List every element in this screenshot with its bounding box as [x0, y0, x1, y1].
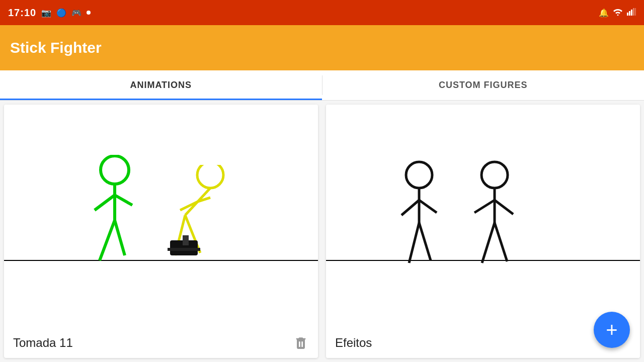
add-fab-button[interactable]: + [594, 312, 630, 348]
signal-icon [627, 8, 636, 18]
svg-point-12 [197, 165, 223, 188]
green-stick-figure [85, 155, 145, 265]
status-left: 17:10 📷 🔵 🎮 [8, 7, 91, 19]
svg-line-23 [401, 200, 419, 215]
content-area: Tomada 11 [0, 101, 644, 362]
svg-line-10 [100, 220, 115, 260]
card-tomada-footer: Tomada 11 [4, 328, 318, 358]
card-tomada-canvas [4, 105, 318, 328]
svg-point-21 [406, 162, 432, 188]
svg-rect-5 [635, 8, 636, 16]
dot-icon [87, 11, 91, 15]
svg-line-8 [95, 195, 115, 210]
delete-icon[interactable] [293, 335, 309, 351]
yellow-stick-figure [155, 165, 235, 265]
game-controller-icon: 🎮 [71, 8, 82, 18]
card-efeitos-canvas [326, 105, 640, 328]
svg-line-31 [482, 223, 495, 263]
wifi-icon [613, 8, 623, 18]
tab-bar: ANIMATIONS CUSTOM FIGURES [0, 70, 644, 101]
svg-line-29 [474, 200, 495, 213]
svg-rect-1 [627, 13, 628, 16]
status-time: 17:10 [8, 7, 36, 19]
svg-line-9 [115, 195, 132, 205]
app-bar: Stick Fighter [0, 25, 644, 70]
svg-rect-20 [168, 248, 200, 251]
black-stick-figure-1 [391, 160, 447, 265]
svg-rect-2 [629, 11, 630, 16]
location-icon: 🔵 [56, 8, 66, 18]
svg-point-27 [481, 162, 508, 188]
svg-line-11 [115, 220, 125, 255]
tab-custom-figures[interactable]: CUSTOM FIGURES [323, 70, 645, 100]
alarm-icon: 🔔 [599, 8, 609, 18]
card-tomada-title: Tomada 11 [13, 336, 73, 350]
svg-line-26 [419, 223, 431, 260]
svg-rect-3 [631, 10, 632, 16]
svg-line-30 [495, 200, 513, 214]
svg-line-25 [409, 223, 419, 263]
card-efeitos-footer: Efeitos [326, 328, 640, 358]
status-right-icons: 🔔 [599, 8, 636, 18]
svg-rect-19 [183, 235, 189, 245]
black-stick-figure-2 [467, 160, 522, 265]
add-icon: + [606, 319, 617, 341]
card-efeitos[interactable]: Efeitos + [326, 105, 640, 358]
svg-line-24 [419, 200, 437, 213]
camera-icon: 📷 [41, 8, 51, 18]
tab-animations[interactable]: ANIMATIONS [0, 70, 322, 100]
card-tomada[interactable]: Tomada 11 [4, 105, 318, 358]
svg-point-0 [617, 15, 619, 16]
svg-line-32 [495, 223, 507, 261]
app-title: Stick Fighter [10, 39, 102, 56]
status-bar: 17:10 📷 🔵 🎮 🔔 [0, 0, 644, 25]
svg-point-6 [101, 156, 129, 184]
card-efeitos-title: Efeitos [335, 336, 372, 350]
svg-rect-4 [633, 8, 634, 16]
